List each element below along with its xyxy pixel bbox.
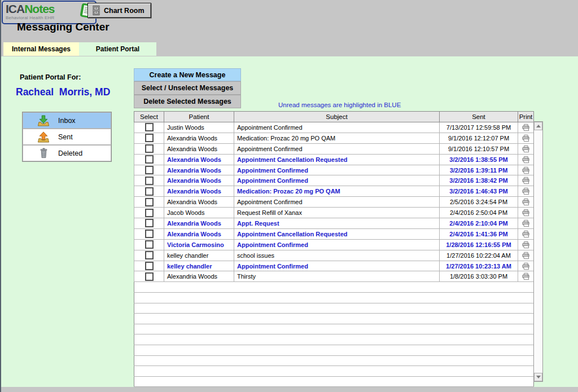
row-checkbox[interactable]: [145, 187, 154, 196]
table-row[interactable]: Justin Woods Appointment Confirmed 7/13/…: [134, 122, 534, 133]
column-header-sent: Sent: [440, 112, 518, 122]
window-bottom-strip: [0, 387, 578, 392]
print-icon[interactable]: [522, 219, 530, 227]
folder-deleted[interactable]: Deleted: [23, 145, 111, 161]
table-row[interactable]: Alexandria Woods Appointment Confirmed 3…: [134, 165, 534, 175]
row-checkbox[interactable]: [145, 144, 154, 153]
row-subject: Appointment Cancellation Requested: [234, 228, 440, 239]
table-row[interactable]: Alexandria Woods Medication: Prozac 20 m…: [134, 133, 534, 143]
table-row[interactable]: kelley chandler Appointment Confirmed 1/…: [134, 261, 534, 271]
empty-row: [134, 366, 534, 377]
table-row[interactable]: Alexandria Woods Appointment Confirmed 9…: [134, 143, 534, 154]
row-checkbox[interactable]: [145, 262, 154, 270]
row-checkbox[interactable]: [145, 272, 154, 281]
table-row[interactable]: kelley chandler school issues 1/27/2016 …: [134, 250, 534, 261]
row-subject: Medication: Prozac 20 mg PO QAM: [234, 133, 440, 143]
delete-selected-button[interactable]: Delete Selected Messages: [134, 95, 241, 108]
folder-sent[interactable]: Sent: [23, 129, 111, 145]
unread-note: Unread messages are highlighted in BLUE: [278, 102, 401, 108]
row-checkbox[interactable]: [145, 177, 154, 185]
print-icon[interactable]: [522, 134, 530, 142]
column-header-subject: Subject: [234, 112, 440, 122]
row-checkbox[interactable]: [145, 209, 154, 217]
row-patient: Alexandria Woods: [164, 154, 234, 165]
row-sent: 1/28/2016 12:16:55 PM: [440, 239, 518, 250]
print-icon[interactable]: [522, 209, 530, 217]
folder-inbox-label: Inbox: [58, 117, 76, 125]
print-icon[interactable]: [522, 156, 530, 164]
chart-room-label: Chart Room: [104, 7, 144, 15]
row-checkbox[interactable]: [145, 251, 154, 259]
table-row[interactable]: Alexandria Woods Appointment Confirmed 3…: [134, 175, 534, 186]
column-header-print: Print: [518, 112, 534, 122]
table-row[interactable]: Alexandria Woods Medication: Prozac 20 m…: [134, 186, 534, 197]
select-unselect-button[interactable]: Select / Unselect Messages: [134, 81, 241, 95]
table-row[interactable]: Victoria Carmosino Appointment Confirmed…: [134, 239, 534, 250]
scroll-up-icon[interactable]: [534, 122, 542, 130]
table-row[interactable]: Alexandria Woods Appointment Cancellatio…: [134, 154, 534, 165]
print-icon[interactable]: [522, 262, 530, 270]
row-checkbox[interactable]: [145, 134, 154, 142]
folder-inbox[interactable]: Inbox: [23, 112, 111, 129]
create-message-button[interactable]: Create a New Message: [134, 68, 241, 81]
row-sent: 2/4/2016 2:50:04 PM: [440, 208, 518, 218]
row-patient: Jacob Woods: [164, 208, 234, 218]
print-icon[interactable]: [522, 177, 530, 184]
row-patient: Alexandria Woods: [164, 133, 234, 143]
print-icon[interactable]: [522, 230, 530, 238]
row-checkbox[interactable]: [145, 219, 154, 227]
row-checkbox[interactable]: [145, 198, 154, 206]
trash-icon: [37, 148, 50, 158]
table-scrollbar[interactable]: [533, 121, 543, 382]
messages-tbody: Justin Woods Appointment Confirmed 7/13/…: [134, 122, 534, 392]
row-patient: Alexandria Woods: [164, 228, 234, 239]
row-checkbox[interactable]: [145, 166, 154, 174]
row-sent: 1/8/2016 3:03:30 PM: [440, 271, 518, 282]
chart-room-button[interactable]: Chart Room: [87, 3, 151, 18]
row-sent: 9/1/2016 12:10:57 PM: [440, 143, 518, 154]
row-patient: Justin Woods: [164, 122, 234, 133]
portal-for-label: Patient Portal For:: [20, 73, 81, 81]
row-sent: 2/4/2016 2:10:04 PM: [440, 218, 518, 229]
row-subject: Appointment Cancellation Requested: [234, 154, 440, 165]
row-patient: Alexandria Woods: [164, 186, 234, 197]
row-checkbox[interactable]: [145, 240, 154, 249]
print-icon[interactable]: [522, 252, 530, 259]
scroll-down-icon[interactable]: [534, 373, 542, 381]
empty-row: [134, 376, 534, 387]
file-cabinet-icon: [91, 5, 101, 16]
table-row[interactable]: Alexandria Woods Thirsty 1/8/2016 3:03:3…: [134, 271, 534, 282]
row-checkbox[interactable]: [145, 155, 154, 164]
table-row[interactable]: Jacob Woods Request Refill of Xanax 2/4/…: [134, 208, 534, 218]
empty-row: [134, 282, 534, 293]
logo-brand-secondary: Notes: [24, 2, 54, 15]
messages-table: Select Patient Subject Sent Print Justin…: [134, 111, 534, 392]
row-patient: Alexandria Woods: [164, 175, 234, 186]
tab-patient-portal[interactable]: Patient Portal: [79, 42, 156, 56]
row-sent: 1/27/2016 10:23:13 AM: [440, 261, 518, 271]
print-icon[interactable]: [522, 166, 530, 174]
row-subject: Appointment Confirmed: [234, 261, 440, 271]
provider-name: Racheal Morris, MD: [16, 86, 111, 99]
print-icon[interactable]: [522, 145, 530, 153]
print-icon[interactable]: [522, 272, 530, 280]
empty-row: [134, 334, 534, 345]
print-icon[interactable]: [522, 198, 530, 206]
row-subject: Request Refill of Xanax: [234, 208, 440, 218]
row-subject: Appt. Request: [234, 218, 440, 229]
row-checkbox[interactable]: [145, 230, 154, 238]
row-subject: Appointment Confirmed: [234, 143, 440, 154]
table-row[interactable]: Alexandria Woods Appointment Confirmed 2…: [134, 197, 534, 208]
row-subject: Appointment Confirmed: [234, 165, 440, 175]
logo-brand-primary: ICA: [6, 2, 24, 15]
row-sent: 3/2/2016 1:46:43 PM: [440, 186, 518, 197]
table-row[interactable]: Alexandria Woods Appointment Cancellatio…: [134, 228, 534, 239]
table-row[interactable]: Alexandria Woods Appt. Request 2/4/2016 …: [134, 218, 534, 229]
print-icon[interactable]: [522, 241, 530, 249]
column-header-select: Select: [134, 112, 164, 122]
print-icon[interactable]: [522, 187, 530, 195]
row-checkbox[interactable]: [145, 123, 154, 131]
print-icon[interactable]: [522, 124, 530, 131]
tab-internal-messages[interactable]: Internal Messages: [3, 42, 79, 56]
row-patient: Alexandria Woods: [164, 143, 234, 154]
